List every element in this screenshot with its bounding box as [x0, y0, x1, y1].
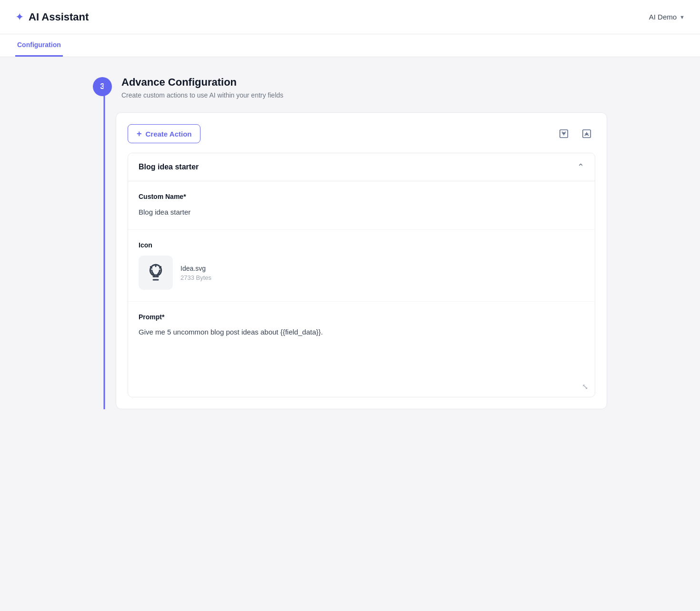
- svg-line-4: [160, 267, 160, 268]
- step-badge: 3: [93, 77, 112, 96]
- panel-top-bar: + Create Action: [128, 124, 595, 143]
- tabs-bar: Configuration: [0, 34, 700, 57]
- icon-size: 2733 Bytes: [180, 274, 211, 281]
- icon-label: Icon: [139, 241, 584, 249]
- create-action-button[interactable]: + Create Action: [128, 124, 200, 143]
- step-info: Advance Configuration Create custom acti…: [121, 76, 283, 99]
- action-card: Blog idea starter ⌃ Custom Name* Icon: [128, 153, 595, 397]
- custom-name-section: Custom Name*: [128, 181, 595, 230]
- action-panel: + Create Action: [116, 112, 607, 409]
- icon-thumbnail: [139, 256, 173, 290]
- custom-name-input[interactable]: [139, 206, 584, 218]
- action-card-title: Blog idea starter: [139, 163, 199, 171]
- prompt-section: Prompt* ⤡: [128, 302, 595, 397]
- vertical-line: [104, 84, 105, 409]
- prompt-label: Prompt*: [139, 313, 584, 321]
- lightbulb-icon: [146, 263, 165, 282]
- user-menu-chevron: ▼: [680, 14, 685, 20]
- step-title: Advance Configuration: [121, 76, 283, 89]
- right-content: + Create Action: [116, 112, 607, 409]
- ai-assistant-icon: ✦: [15, 11, 24, 23]
- main-content: 3 Advance Configuration Create custom ac…: [64, 57, 636, 428]
- plus-icon: +: [137, 129, 142, 138]
- tab-configuration[interactable]: Configuration: [15, 34, 63, 57]
- app-header: ✦ AI Assistant AI Demo ▼: [0, 0, 700, 34]
- app-title: AI Assistant: [29, 11, 89, 23]
- header-left: ✦ AI Assistant: [15, 11, 89, 23]
- action-card-header: Blog idea starter ⌃: [128, 153, 595, 181]
- icon-preview: Idea.svg 2733 Bytes: [139, 256, 584, 290]
- custom-name-label: Custom Name*: [139, 193, 584, 200]
- user-menu[interactable]: AI Demo ▼: [649, 13, 685, 21]
- import-button[interactable]: [555, 125, 572, 142]
- prompt-textarea[interactable]: [139, 326, 584, 384]
- resize-handle-icon: ⤡: [582, 382, 588, 391]
- svg-line-3: [150, 267, 151, 268]
- icon-filename: Idea.svg: [180, 265, 211, 272]
- icon-metadata: Idea.svg 2733 Bytes: [180, 265, 211, 281]
- step-header: 3 Advance Configuration Create custom ac…: [93, 76, 607, 99]
- create-action-label: Create Action: [146, 130, 192, 138]
- vertical-line-wrapper: [93, 112, 116, 409]
- collapse-icon[interactable]: ⌃: [577, 162, 584, 172]
- panel-actions: [555, 125, 595, 142]
- step-description: Create custom actions to use AI within y…: [121, 91, 283, 99]
- export-button[interactable]: [578, 125, 595, 142]
- user-name: AI Demo: [649, 13, 677, 21]
- icon-section: Icon: [128, 230, 595, 302]
